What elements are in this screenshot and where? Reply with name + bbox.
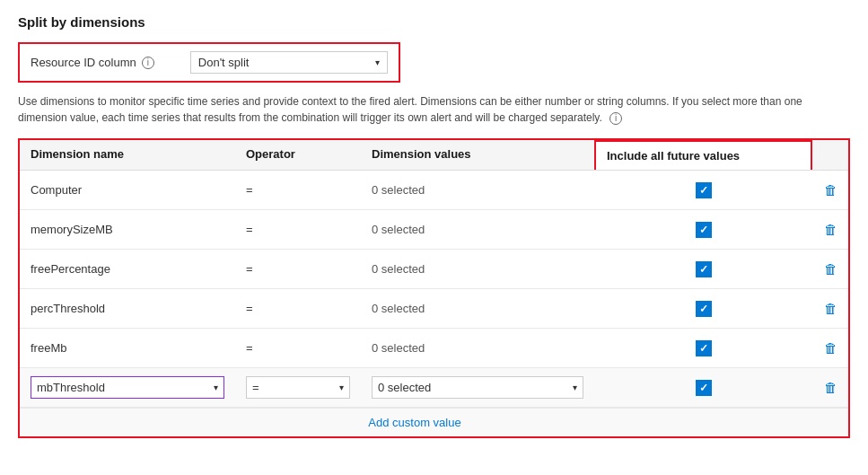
- delete-icon-3[interactable]: 🗑: [820, 297, 841, 320]
- checkbox-1[interactable]: [696, 222, 712, 238]
- dim-values-4[interactable]: 0 selected: [361, 334, 594, 362]
- future-values-1: [594, 215, 812, 245]
- resource-id-label: Resource ID column i: [31, 56, 154, 69]
- dim-values-3[interactable]: 0 selected: [361, 295, 594, 322]
- delete-col-0: 🗑: [812, 172, 848, 208]
- operator-last-chevron: ▾: [339, 383, 344, 392]
- dim-values-2[interactable]: 0 selected: [361, 255, 594, 283]
- resource-id-text: Resource ID column: [31, 56, 136, 69]
- table-row: freeMb = 0 selected 🗑: [20, 329, 848, 368]
- dimensions-table: Dimension name Operator Dimension values…: [18, 138, 850, 438]
- resource-id-section: Resource ID column i Don't split ▾: [18, 42, 400, 83]
- future-values-2: [594, 254, 812, 285]
- future-values-3: [594, 294, 812, 324]
- add-custom-link[interactable]: Add custom value: [368, 416, 460, 429]
- delete-col-last: 🗑: [812, 369, 848, 406]
- delete-icon-last[interactable]: 🗑: [820, 376, 841, 399]
- checkbox-last[interactable]: [696, 380, 712, 396]
- resource-id-dropdown-value: Don't split: [198, 56, 250, 69]
- future-values-last: [594, 373, 812, 403]
- delete-col-4: 🗑: [812, 330, 848, 366]
- operator-last-value: =: [252, 381, 259, 394]
- th-dimension-values: Dimension values: [361, 140, 594, 170]
- resource-id-info-icon[interactable]: i: [142, 57, 154, 69]
- table-row: memorySizeMB = 0 selected 🗑: [20, 210, 848, 250]
- dim-name-last: mbThreshold ▾: [20, 369, 235, 406]
- operator-last-dropdown[interactable]: = ▾: [246, 376, 350, 399]
- delete-col-1: 🗑: [812, 211, 848, 248]
- dim-name-3: percThreshold: [20, 295, 235, 322]
- delete-col-3: 🗑: [812, 290, 848, 327]
- table-row: percThreshold = 0 selected 🗑: [20, 289, 848, 329]
- checkbox-3[interactable]: [696, 301, 712, 317]
- delete-icon-0[interactable]: 🗑: [820, 179, 841, 201]
- delete-icon-4[interactable]: 🗑: [820, 337, 841, 359]
- description-text: Use dimensions to monitor specific time …: [18, 93, 844, 126]
- operator-2: =: [235, 255, 361, 283]
- operator-1: =: [235, 216, 361, 243]
- table-row: Computer = 0 selected 🗑: [20, 171, 848, 210]
- th-dimension-name: Dimension name: [20, 140, 235, 170]
- future-values-4: [594, 333, 812, 364]
- dim-values-last: 0 selected ▾: [361, 369, 594, 406]
- resource-id-chevron-icon: ▾: [375, 57, 380, 67]
- operator-0: =: [235, 176, 361, 204]
- delete-icon-1[interactable]: 🗑: [820, 218, 841, 241]
- dim-name-last-chevron: ▾: [214, 383, 218, 392]
- dim-values-last-dropdown[interactable]: 0 selected ▾: [372, 376, 583, 399]
- table-header: Dimension name Operator Dimension values…: [20, 140, 848, 171]
- th-actions: [812, 140, 848, 170]
- dim-values-last-chevron: ▾: [573, 383, 577, 392]
- operator-last: = ▾: [235, 369, 361, 406]
- page-title: Split by dimensions: [18, 14, 850, 30]
- th-include-all-future: Include all future values: [594, 140, 812, 170]
- dim-name-2: freePercentage: [20, 255, 235, 283]
- description-info-icon[interactable]: i: [609, 112, 622, 125]
- dim-name-1: memorySizeMB: [20, 216, 235, 243]
- dim-values-last-value: 0 selected: [378, 381, 431, 394]
- operator-4: =: [235, 334, 361, 362]
- add-custom-cell: Add custom value: [235, 409, 594, 436]
- checkbox-4[interactable]: [696, 340, 712, 356]
- dim-name-4: freeMb: [20, 334, 235, 362]
- future-values-0: [594, 175, 812, 206]
- table-row: freePercentage = 0 selected 🗑: [20, 250, 848, 289]
- dim-name-0: Computer: [20, 176, 235, 204]
- dim-values-1[interactable]: 0 selected: [361, 216, 594, 243]
- resource-id-dropdown[interactable]: Don't split ▾: [190, 51, 388, 74]
- delete-col-2: 🗑: [812, 251, 848, 287]
- operator-3: =: [235, 295, 361, 322]
- add-custom-row: Add custom value: [20, 408, 848, 436]
- th-operator: Operator: [235, 140, 361, 170]
- delete-icon-2[interactable]: 🗑: [820, 258, 841, 280]
- table-row-last: mbThreshold ▾ = ▾ 0 selected ▾ 🗑: [20, 368, 848, 408]
- dim-values-0[interactable]: 0 selected: [361, 176, 594, 204]
- dim-name-last-value: mbThreshold: [37, 381, 105, 394]
- dim-name-last-dropdown[interactable]: mbThreshold ▾: [31, 376, 224, 399]
- checkbox-0[interactable]: [696, 182, 712, 198]
- checkbox-2[interactable]: [696, 261, 712, 277]
